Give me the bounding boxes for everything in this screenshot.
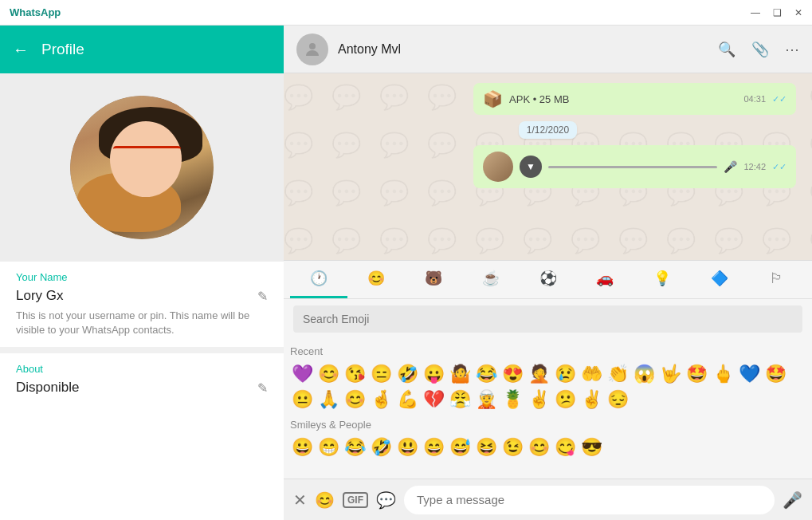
tab-flags[interactable]: 🏳	[748, 261, 806, 298]
input-bar: ✕ 😊 GIF 💬 🎤	[284, 479, 812, 520]
list-item[interactable]: 😎	[579, 435, 604, 459]
play-button[interactable]: ▼	[520, 156, 542, 178]
list-item[interactable]: 😛	[422, 362, 446, 386]
minimize-button[interactable]: —	[751, 7, 760, 18]
contact-name: Antony Mvl	[338, 42, 708, 57]
tab-activities[interactable]: ⚽	[520, 261, 577, 298]
voice-message: ▼ 🎤 12:42 ✓✓	[473, 145, 796, 188]
smileys-label: Smileys & People	[290, 419, 806, 431]
list-item[interactable]: 💔	[422, 388, 446, 412]
more-options-icon[interactable]: ⋯	[785, 41, 799, 58]
list-item[interactable]: 🤷	[448, 362, 473, 386]
emoji-tabs: 🕐 😊 🐻 ☕ ⚽ 🚗 💡 🔷 🏳	[284, 261, 812, 299]
table-row: 📦 APK • 25 MB 04:31 ✓✓	[473, 83, 796, 115]
gif-button[interactable]: GIF	[343, 492, 368, 508]
list-item[interactable]: 😍	[500, 362, 525, 386]
main-area: ← Profile Your Name	[0, 26, 812, 520]
back-button[interactable]: ←	[13, 41, 29, 59]
read-ticks: ✓✓	[772, 94, 787, 104]
list-item[interactable]: 😑	[369, 362, 394, 386]
list-item[interactable]: 😀	[290, 435, 315, 459]
message-time: 12:42	[743, 162, 766, 171]
chat-panel: Antony Mvl 🔍 📎 ⋯ 📦 APK • 25 MB 04:31 ✓✓ …	[284, 26, 812, 520]
list-item[interactable]: 😊	[316, 362, 341, 386]
list-item[interactable]: 🤞	[369, 388, 394, 412]
about-value: Disponible	[16, 380, 79, 396]
list-item[interactable]: 🤦	[527, 362, 551, 386]
tab-symbols[interactable]: 🔷	[691, 261, 748, 298]
tab-travel[interactable]: 🚗	[576, 261, 634, 298]
microphone-icon: 🎤	[724, 160, 737, 173]
list-item[interactable]: 😂	[343, 435, 367, 459]
profile-panel: ← Profile Your Name	[0, 26, 284, 520]
list-item[interactable]: 🤲	[579, 362, 604, 386]
tab-smileys[interactable]: 😊	[347, 261, 405, 298]
list-item[interactable]: 😉	[500, 435, 525, 459]
list-item[interactable]: 😔	[606, 388, 630, 412]
edit-name-button[interactable]: ✎	[257, 289, 268, 304]
search-icon[interactable]: 🔍	[718, 41, 736, 58]
avatar[interactable]	[70, 96, 214, 239]
list-item[interactable]: 🤩	[685, 362, 709, 386]
list-item[interactable]: 🤣	[369, 435, 394, 459]
list-item[interactable]: 😁	[316, 435, 341, 459]
name-label: Your Name	[16, 271, 268, 283]
close-button[interactable]: ✕	[794, 7, 802, 18]
emoji-button[interactable]: 😊	[315, 490, 335, 510]
list-item[interactable]: 🤟	[658, 362, 683, 386]
recent-emoji-grid: 💜😊😘😑🤣😛🤷😂😍🤦😢🤲👏😱🤟🤩🖕💙🤩😐🙏😊🤞💪💔😤🧝🍍✌😕✌😔	[290, 362, 806, 412]
restore-button[interactable]: ❑	[773, 7, 782, 18]
message-input[interactable]	[404, 486, 775, 514]
list-item[interactable]: 🤣	[395, 362, 420, 386]
app-title: WhatsApp	[10, 6, 61, 18]
date-label: 1/12/2020	[519, 121, 577, 139]
list-item[interactable]: 👏	[606, 362, 630, 386]
list-item[interactable]: 😘	[343, 362, 367, 386]
list-item[interactable]: 😤	[448, 388, 473, 412]
list-item[interactable]: ✌	[527, 388, 551, 412]
tab-objects[interactable]: 💡	[634, 261, 691, 298]
list-item[interactable]: 😅	[448, 435, 473, 459]
tab-food[interactable]: ☕	[462, 261, 520, 298]
emoji-picker: 🕐 😊 🐻 ☕ ⚽ 🚗 💡 🔷 🏳 Recent 💜😊😘😑🤣😛🤷😂😍🤦😢🤲👏😱🤟…	[284, 260, 812, 520]
microphone-button[interactable]: 🎤	[783, 490, 802, 510]
attachment-icon[interactable]: 📎	[751, 41, 769, 58]
edit-about-button[interactable]: ✎	[257, 380, 268, 396]
list-item[interactable]: 😐	[290, 388, 315, 412]
list-item[interactable]: 😢	[553, 362, 578, 386]
chat-messages: 📦 APK • 25 MB 04:31 ✓✓ 1/12/2020 ▼ 🎤 12:…	[284, 73, 812, 260]
file-icon: 📦	[483, 89, 503, 108]
list-item[interactable]: 💜	[290, 362, 315, 386]
read-ticks: ✓✓	[772, 162, 787, 172]
list-item[interactable]: 💪	[395, 388, 420, 412]
list-item[interactable]: 😆	[474, 435, 499, 459]
name-hint: This is not your username or pin. This n…	[16, 309, 268, 337]
name-value: Lory Gx	[16, 288, 64, 304]
emoji-search-input[interactable]	[293, 305, 802, 333]
sticker-button[interactable]: 💬	[376, 490, 396, 510]
list-item[interactable]: 😕	[553, 388, 578, 412]
profile-title: Profile	[41, 41, 84, 58]
list-item[interactable]: 😊	[343, 388, 367, 412]
list-item[interactable]: 😋	[553, 435, 578, 459]
list-item[interactable]: 😂	[474, 362, 499, 386]
tab-animals[interactable]: 🐻	[405, 261, 462, 298]
list-item[interactable]: 🧝	[474, 388, 499, 412]
list-item[interactable]: 😄	[422, 435, 446, 459]
list-item[interactable]: 😱	[632, 362, 657, 386]
titlebar: WhatsApp — ❑ ✕	[0, 0, 812, 26]
list-item[interactable]: 🍍	[500, 388, 525, 412]
list-item[interactable]: 🖕	[711, 362, 736, 386]
list-item[interactable]: ✌	[579, 388, 604, 412]
list-item[interactable]: 😃	[395, 435, 420, 459]
date-badge: 1/12/2020	[300, 121, 796, 139]
voice-sender-avatar	[483, 152, 513, 182]
list-item[interactable]: 💙	[737, 362, 762, 386]
tab-recent[interactable]: 🕐	[290, 261, 347, 298]
close-emoji-button[interactable]: ✕	[293, 490, 307, 510]
chat-header: Antony Mvl 🔍 📎 ⋯	[284, 26, 812, 73]
list-item[interactable]: 🙏	[316, 388, 341, 412]
list-item[interactable]: 🤩	[763, 362, 788, 386]
list-item[interactable]: 😊	[527, 435, 551, 459]
name-section: Your Name Lory Gx ✎ This is not your use…	[0, 262, 284, 353]
